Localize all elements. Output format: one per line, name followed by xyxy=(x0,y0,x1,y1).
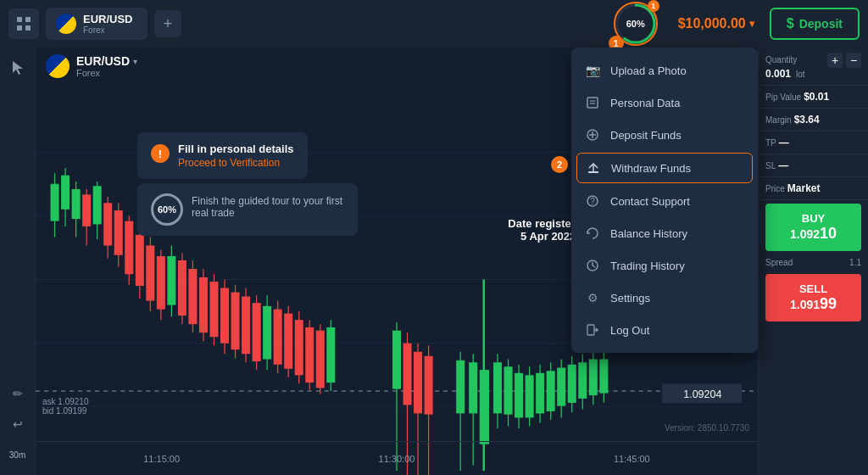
quantity-row: Quantity + − 0.001 lot xyxy=(759,48,868,86)
svg-rect-62 xyxy=(305,327,314,383)
card-warning-subtitle: Proceed to Verification xyxy=(178,157,294,169)
menu-item-deposit[interactable]: Deposit Funds xyxy=(571,119,758,151)
pip-label: Pip Value xyxy=(765,92,801,102)
menu-item-settings[interactable]: ⚙ Settings xyxy=(571,282,758,314)
svg-rect-54 xyxy=(263,306,271,360)
svg-rect-56 xyxy=(274,310,282,365)
card-warning-title: Fill in personal details xyxy=(178,142,294,155)
time-label-2: 11:30:00 xyxy=(379,454,415,464)
progress-circle-container: 60% 1 1 xyxy=(614,2,658,46)
guided-tour-card: 60% Finish the guided tour to your first… xyxy=(137,183,358,236)
deposit-dollar-icon: $ xyxy=(787,16,794,31)
menu-logout-label: Log Out xyxy=(610,324,649,337)
balance-button[interactable]: $10,000.00 ▾ xyxy=(670,11,763,36)
svg-rect-92 xyxy=(547,371,555,411)
sell-price-main: 1.091 xyxy=(790,298,820,311)
buy-price-main: 1.092 xyxy=(790,227,820,241)
svg-rect-105 xyxy=(587,98,598,108)
grid-icon-btn[interactable] xyxy=(8,8,39,39)
menu-item-withdraw[interactable]: Withdraw Funds xyxy=(576,153,753,183)
svg-rect-88 xyxy=(526,375,534,417)
time-label-1: 11:15:00 xyxy=(143,454,180,464)
svg-rect-34 xyxy=(157,256,165,310)
svg-rect-44 xyxy=(209,282,218,337)
menu-settings-label: Settings xyxy=(610,292,650,305)
pair-type: Forex xyxy=(83,25,133,35)
svg-rect-40 xyxy=(188,269,197,324)
svg-rect-3 xyxy=(25,25,31,31)
menu-trading-history-label: Trading History xyxy=(610,260,685,272)
svg-rect-20 xyxy=(82,194,91,226)
menu-personal-data-label: Personal Data xyxy=(610,97,680,109)
sidebar-undo-icon[interactable]: ↩ xyxy=(6,412,30,436)
sl-value: — xyxy=(778,159,788,171)
svg-rect-18 xyxy=(72,189,81,219)
deposit-icon xyxy=(585,127,600,142)
menu-deposit-label: Deposit Funds xyxy=(610,129,682,142)
svg-rect-24 xyxy=(103,203,112,245)
svg-rect-102 xyxy=(599,359,608,393)
warning-icon: ! xyxy=(151,144,170,163)
add-tab-button[interactable]: + xyxy=(154,10,181,37)
right-panel: Quantity + − 0.001 lot Pip Value $0.01 M… xyxy=(758,48,868,475)
svg-rect-68 xyxy=(392,331,401,389)
sell-button[interactable]: SELL 1.09199 xyxy=(765,274,861,321)
svg-rect-16 xyxy=(61,176,70,210)
menu-item-upload-photo[interactable]: 📷 Upload a Photo xyxy=(571,54,758,87)
svg-text:?: ? xyxy=(590,197,595,206)
margin-value: $3.64 xyxy=(794,114,820,126)
trading-history-icon xyxy=(585,258,600,273)
svg-rect-1 xyxy=(25,17,31,22)
quantity-plus-btn[interactable]: + xyxy=(827,53,843,68)
svg-rect-112 xyxy=(588,171,598,173)
personal-data-icon xyxy=(585,95,600,110)
svg-rect-84 xyxy=(504,366,513,414)
timeframe-label-icon[interactable]: 30m xyxy=(6,443,30,467)
topbar: EUR/USD Forex + 60% 1 1 $10,000.00 ▾ $ D… xyxy=(0,0,868,48)
profile-dropdown-menu: 📷 Upload a Photo Personal Data Deposit F… xyxy=(571,48,758,353)
progress-badge: 1 xyxy=(648,0,659,12)
svg-rect-2 xyxy=(17,25,22,31)
menu-item-personal-data[interactable]: Personal Data xyxy=(571,87,758,119)
balance-history-icon xyxy=(585,226,600,241)
chart-pair-chevron[interactable]: ▾ xyxy=(133,57,137,66)
camera-icon: 📷 xyxy=(585,63,600,78)
sidebar-cursor-icon[interactable] xyxy=(6,56,30,80)
chart-flag xyxy=(46,54,70,78)
menu-item-contact-support[interactable]: ? Contact Support xyxy=(571,185,758,217)
svg-rect-94 xyxy=(557,368,565,406)
svg-rect-96 xyxy=(568,365,576,403)
svg-rect-76 xyxy=(456,360,465,414)
sidebar-pencil-icon[interactable]: ✏ xyxy=(6,382,30,405)
svg-rect-82 xyxy=(493,362,502,413)
buy-button[interactable]: BUY 1.09210 xyxy=(765,204,861,251)
bid-label: bid 1.09199 xyxy=(42,406,89,416)
menu-item-logout[interactable]: Log Out xyxy=(571,314,758,346)
svg-rect-66 xyxy=(326,327,335,383)
pair-tab-eurusd[interactable]: EUR/USD Forex xyxy=(46,8,147,40)
time-label-3: 11:45:00 xyxy=(614,454,650,464)
deposit-button[interactable]: $ Deposit xyxy=(770,8,860,40)
menu-item-balance-history[interactable]: Balance History xyxy=(571,217,758,249)
margin-label: Margin xyxy=(765,115,792,125)
spread-label: Spread xyxy=(765,258,793,267)
svg-rect-36 xyxy=(167,256,175,305)
quantity-minus-btn[interactable]: − xyxy=(846,53,861,68)
menu-item-trading-history[interactable]: Trading History xyxy=(571,249,758,282)
svg-rect-14 xyxy=(51,184,59,221)
withdraw-icon xyxy=(586,160,601,176)
progress-circle-icon: 60% xyxy=(151,193,183,226)
chart-pair-name: EUR/USD xyxy=(76,54,130,68)
svg-rect-42 xyxy=(199,277,208,332)
svg-rect-64 xyxy=(316,331,325,388)
logout-icon xyxy=(585,322,600,338)
card-progress-desc: Finish the guided tour to your first rea… xyxy=(192,195,344,219)
buy-label: BUY xyxy=(774,212,853,225)
step2-badge: 2 xyxy=(551,156,568,173)
balance-arrow-icon: ▾ xyxy=(749,18,754,30)
svg-line-117 xyxy=(593,265,595,267)
menu-upload-label: Upload a Photo xyxy=(610,64,687,77)
svg-rect-50 xyxy=(242,297,250,355)
pip-value: $0.01 xyxy=(804,91,829,103)
eur-usd-flag xyxy=(56,14,76,34)
